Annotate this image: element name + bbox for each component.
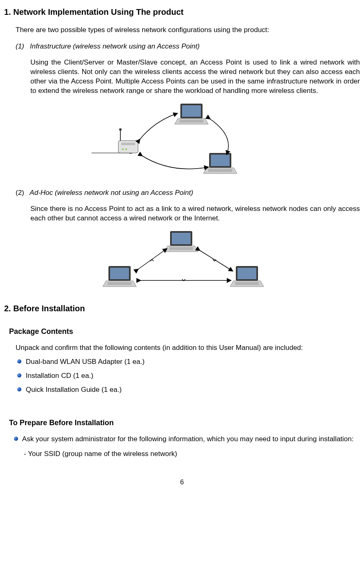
package-bullet-3: Quick Installation Guide (1 ea.) bbox=[17, 386, 360, 394]
item1-title: Infrastructure (wireless network using a… bbox=[30, 42, 200, 50]
bullet-text: Dual-band WLAN USB Adapter (1 ea.) bbox=[26, 358, 145, 366]
item1-body: Using the Client/Server or Master/Slave … bbox=[30, 58, 360, 96]
prepare-heading: To Prepare Before Installation bbox=[9, 419, 360, 427]
package-contents-heading: Package Contents bbox=[9, 327, 360, 336]
bullet-text: Ask your system administrator for the fo… bbox=[22, 435, 354, 443]
laptop-icon bbox=[230, 266, 264, 287]
svg-rect-15 bbox=[172, 233, 191, 244]
svg-point-4 bbox=[119, 128, 122, 131]
page-number: 6 bbox=[4, 479, 360, 486]
item1-num: (1) bbox=[16, 42, 28, 51]
laptop-icon bbox=[175, 104, 208, 124]
svg-rect-19 bbox=[108, 282, 131, 285]
svg-line-24 bbox=[198, 250, 231, 270]
item2-title: Ad-Hoc (wireless network not using an Ac… bbox=[30, 189, 193, 197]
item1-heading: (1) Infrastructure (wireless network usi… bbox=[16, 42, 360, 51]
svg-rect-18 bbox=[110, 268, 129, 279]
svg-rect-12 bbox=[211, 155, 230, 166]
bullet-text: Quick Installation Guide (1 ea.) bbox=[26, 386, 122, 394]
figure-adhoc bbox=[4, 229, 360, 296]
svg-rect-22 bbox=[235, 282, 259, 285]
bullet-icon bbox=[17, 359, 21, 363]
laptop-icon bbox=[164, 231, 198, 252]
bullet-icon bbox=[17, 387, 21, 391]
figure-infrastructure bbox=[4, 102, 360, 181]
section-heading-2: 2. Before Installation bbox=[4, 304, 360, 313]
access-point-icon bbox=[92, 128, 138, 154]
svg-rect-9 bbox=[182, 105, 201, 117]
laptop-icon bbox=[103, 266, 136, 287]
package-bullet-1: Dual-band WLAN USB Adapter (1 ea.) bbox=[17, 358, 360, 366]
adhoc-arrows bbox=[137, 250, 231, 281]
svg-rect-13 bbox=[208, 169, 232, 172]
item2-body: Since there is no Access Point to act as… bbox=[30, 204, 360, 223]
infrastructure-diagram bbox=[92, 102, 272, 180]
item2-heading: (2) Ad-Hoc (wireless network not using a… bbox=[16, 189, 360, 197]
section-heading-1: 1. Network Implementation Using The prod… bbox=[4, 7, 360, 17]
adhoc-diagram bbox=[90, 229, 274, 295]
laptop-icon bbox=[203, 153, 237, 174]
svg-point-7 bbox=[125, 148, 127, 150]
prepare-dash-1: - Your SSID (group name of the wireless … bbox=[24, 450, 360, 458]
bullet-icon bbox=[17, 373, 21, 377]
item2-num: (2) bbox=[16, 189, 28, 197]
bullet-text: Installation CD (1 ea.) bbox=[26, 372, 93, 380]
section1-intro: There are two possible types of wireless… bbox=[16, 26, 360, 34]
svg-rect-10 bbox=[180, 120, 203, 123]
package-intro: Unpack and confirm that the following co… bbox=[16, 343, 360, 353]
svg-rect-21 bbox=[237, 268, 256, 279]
package-bullet-2: Installation CD (1 ea.) bbox=[17, 372, 360, 380]
prepare-bullet: Ask your system administrator for the fo… bbox=[14, 435, 360, 444]
bullet-icon bbox=[14, 437, 18, 441]
svg-rect-2 bbox=[118, 141, 138, 153]
svg-point-6 bbox=[122, 148, 124, 150]
svg-rect-16 bbox=[169, 247, 193, 250]
svg-rect-5 bbox=[121, 143, 135, 145]
